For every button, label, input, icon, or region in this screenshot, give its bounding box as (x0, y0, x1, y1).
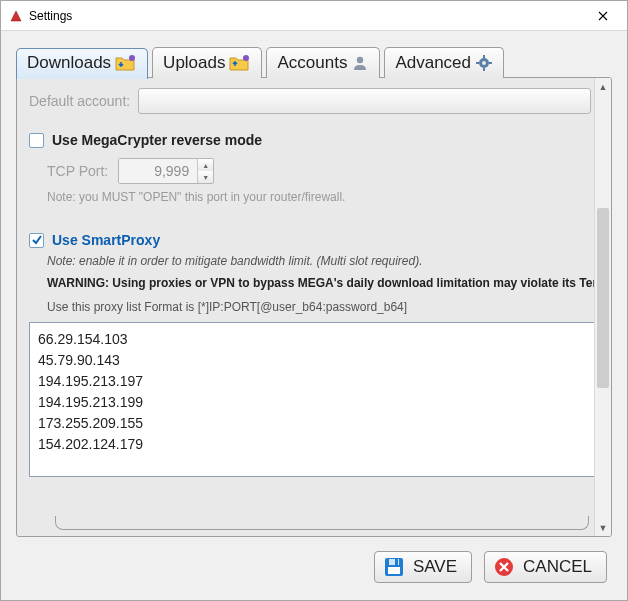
user-icon (351, 54, 369, 72)
tab-advanced[interactable]: Advanced (384, 47, 504, 78)
port-note: Note: you MUST "OPEN" this port in your … (47, 190, 599, 204)
dialog-footer: SAVE CANCEL (1, 537, 627, 599)
tabs-bar: Downloads Uploads Accounts Advanced (1, 31, 627, 77)
megacrypter-label: Use MegaCrypter reverse mode (52, 132, 262, 148)
svg-point-4 (482, 61, 486, 65)
smartproxy-warning: WARNING: Using proxies or VPN to bypass … (47, 276, 599, 290)
settings-window: Settings Downloads Uploads Accounts (0, 0, 628, 601)
cancel-label: CANCEL (523, 557, 592, 577)
tab-downloads[interactable]: Downloads (16, 48, 148, 79)
tab-label: Downloads (27, 53, 111, 73)
save-label: SAVE (413, 557, 457, 577)
scrollbar[interactable]: ▲ ▼ (594, 78, 611, 536)
tab-accounts[interactable]: Accounts (266, 47, 380, 78)
svg-point-0 (129, 55, 135, 61)
titlebar: Settings (1, 1, 627, 31)
svg-rect-12 (395, 559, 398, 565)
smartproxy-label: Use SmartProxy (52, 232, 160, 248)
cancel-icon (493, 556, 515, 578)
smartproxy-checkbox[interactable] (29, 233, 44, 248)
svg-rect-5 (483, 55, 485, 58)
tab-content: Default account: Use MegaCrypter reverse… (16, 77, 612, 537)
close-button[interactable] (580, 2, 626, 30)
save-button[interactable]: SAVE (374, 551, 472, 583)
tab-label: Accounts (277, 53, 347, 73)
proxy-list-textarea[interactable]: 66.29.154.103 45.79.90.143 194.195.213.1… (29, 322, 599, 477)
scroll-up-icon[interactable]: ▲ (595, 78, 611, 95)
scroll-thumb[interactable] (597, 208, 609, 388)
tab-uploads[interactable]: Uploads (152, 47, 262, 78)
spinner-up-icon[interactable]: ▲ (198, 159, 213, 171)
cancel-button[interactable]: CANCEL (484, 551, 607, 583)
megacrypter-checkbox[interactable] (29, 133, 44, 148)
tab-label: Uploads (163, 53, 225, 73)
default-account-dropdown[interactable] (138, 88, 591, 114)
folder-upload-icon (229, 54, 251, 72)
tcp-port-label: TCP Port: (47, 163, 108, 179)
scroll-down-icon[interactable]: ▼ (595, 519, 611, 536)
gear-icon (475, 54, 493, 72)
svg-rect-10 (388, 567, 400, 574)
app-icon (9, 9, 23, 23)
svg-rect-7 (476, 62, 479, 64)
svg-rect-8 (489, 62, 492, 64)
svg-point-1 (243, 55, 249, 61)
default-account-label: Default account: (29, 93, 130, 109)
window-title: Settings (29, 9, 72, 23)
proxy-format-hint: Use this proxy list Format is [*]IP:PORT… (47, 300, 599, 314)
spinner-down-icon[interactable]: ▼ (198, 171, 213, 183)
smartproxy-note: Note: enable it in order to mitigate ban… (47, 254, 599, 268)
svg-rect-6 (483, 68, 485, 71)
tab-label: Advanced (395, 53, 471, 73)
svg-point-2 (357, 56, 363, 62)
folder-download-icon (115, 54, 137, 72)
groupbox-border (55, 516, 589, 530)
tcp-port-spinner[interactable]: ▲ ▼ (118, 158, 214, 184)
save-icon (383, 556, 405, 578)
tcp-port-input[interactable] (119, 159, 197, 183)
